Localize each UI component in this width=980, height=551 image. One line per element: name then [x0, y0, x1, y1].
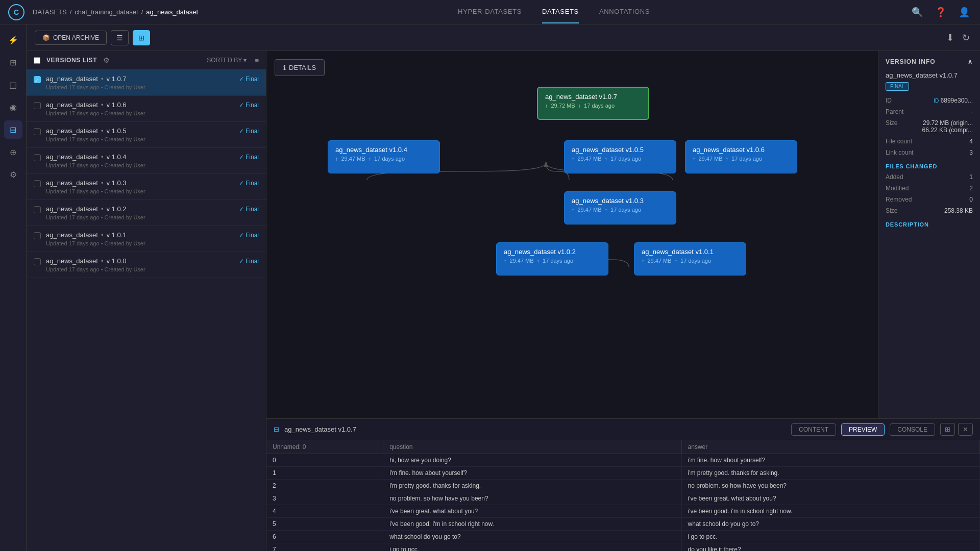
- tab-annotations[interactable]: ANNOTATIONS: [599, 1, 650, 23]
- top-nav: C DATASETS / chat_training_dataset / ag_…: [0, 0, 980, 24]
- help-icon[interactable]: ❓: [933, 5, 948, 20]
- version-checkbox[interactable]: [34, 206, 41, 213]
- content-area: VERSIONS LIST ⚙ SORTED BY ▾ ≡ ✓ ag_news_…: [27, 51, 980, 551]
- version-number: v 1.0.0: [106, 257, 126, 265]
- versions-panel: VERSIONS LIST ⚙ SORTED BY ▾ ≡ ✓ ag_news_…: [27, 51, 266, 551]
- version-dataset-name: ag_news_dataset: [46, 75, 98, 83]
- expand-panel-button[interactable]: ⊞: [940, 423, 955, 436]
- node-label: ag_news_dataset v1.0.6: [693, 146, 790, 154]
- table-cell: 4: [266, 505, 383, 518]
- close-panel-button[interactable]: ✕: [958, 423, 973, 436]
- version-status: ✓ Final: [239, 206, 259, 213]
- download-icon[interactable]: ⬇: [944, 30, 956, 45]
- list-view-button[interactable]: ☰: [111, 30, 129, 45]
- tab-console-button[interactable]: CONSOLE: [890, 423, 935, 436]
- graph-node-v1.0.1[interactable]: ag_news_dataset v1.0.1 ↑ 29.47 MB ↑ 17 d…: [634, 242, 746, 276]
- sidebar-item-experiments[interactable]: ◫: [4, 76, 22, 94]
- right-panel: VERSION INFO ∧ ag_news_dataset v1.0.7 FI…: [878, 51, 980, 418]
- tab-datasets[interactable]: DATASETS: [542, 1, 579, 23]
- bottom-header: ⊟ ag_news_dataset v1.0.7 CONTENT PREVIEW…: [266, 419, 980, 440]
- version-checkbox[interactable]: [34, 180, 41, 187]
- select-all-checkbox[interactable]: [34, 57, 40, 64]
- version-meta: Updated 17 days ago • Created by User: [46, 266, 259, 272]
- sorted-by-button[interactable]: SORTED BY ▾: [207, 57, 247, 64]
- tab-hyper-datasets[interactable]: HYPER-DATASETS: [458, 1, 522, 23]
- bottom-panel: ⊟ ag_news_dataset v1.0.7 CONTENT PREVIEW…: [266, 418, 980, 551]
- table-cell: what school do you go to?: [681, 518, 979, 531]
- table-cell: i've been great. what about you?: [681, 492, 979, 505]
- breadcrumb-parent[interactable]: chat_training_dataset: [75, 8, 138, 16]
- user-avatar[interactable]: 👤: [957, 5, 972, 20]
- node-meta: ↑ 29.47 MB ↑ 17 days ago: [693, 156, 790, 162]
- table-cell: 3: [266, 492, 383, 505]
- node-age: 17 days ago: [584, 103, 615, 109]
- node-label: ag_news_dataset v1.0.1: [642, 248, 739, 256]
- sidebar-item-datasets[interactable]: ⊟: [4, 120, 22, 139]
- table-row: 6what school do you go to?i go to pcc.: [266, 531, 980, 543]
- version-list-item[interactable]: ag_news_dataset • v 1.0.3 ✓ Final Update…: [27, 174, 266, 200]
- info-row-file-count: File count 4: [886, 138, 973, 145]
- version-dataset-name: ag_news_dataset: [46, 257, 98, 265]
- version-checkbox[interactable]: [34, 232, 41, 239]
- table-cell: i go to pcc.: [383, 543, 681, 552]
- table-cell: i'm fine. how about yourself?: [681, 454, 979, 467]
- node-meta: ↑ 29.47 MB ↑ 17 days ago: [642, 258, 739, 264]
- node-age: 17 days ago: [610, 156, 641, 162]
- version-list-item[interactable]: ag_news_dataset • v 1.0.5 ✓ Final Update…: [27, 122, 266, 148]
- graph-node-v1.0.6[interactable]: ag_news_dataset v1.0.6 ↑ 29.47 MB ↑ 17 d…: [685, 140, 797, 173]
- col-header-question: question: [383, 440, 681, 454]
- sidebar-item-quick[interactable]: ⚡: [4, 31, 22, 49]
- version-dataset-name: ag_news_dataset: [46, 205, 98, 213]
- info-row-id: ID ID 6899e300...: [886, 97, 973, 104]
- table-cell: i've been good. i'm in school right now.: [681, 505, 979, 518]
- breadcrumb-root[interactable]: DATASETS: [33, 8, 67, 16]
- node-size: 29.47 MB: [648, 258, 672, 264]
- version-list-item[interactable]: ag_news_dataset • v 1.0.0 ✓ Final Update…: [27, 252, 266, 278]
- graph-node-v1.0.4[interactable]: ag_news_dataset v1.0.4 ↑ 29.47 MB ↑ 17 d…: [328, 140, 440, 173]
- version-list-item[interactable]: ag_news_dataset • v 1.0.6 ✓ Final Update…: [27, 96, 266, 122]
- app-logo[interactable]: C: [8, 4, 24, 20]
- graph-view-button[interactable]: ⊞: [133, 30, 150, 45]
- sidebar-item-dashboard[interactable]: ⊞: [4, 53, 22, 71]
- graph-node-v1.0.7[interactable]: ag_news_dataset v1.0.7 ↑ 29.72 MB ↑ 17 d…: [537, 87, 649, 120]
- sidebar-item-models[interactable]: ◉: [4, 98, 22, 116]
- size-icon: ↑: [693, 156, 696, 162]
- node-meta: ↑ 29.47 MB ↑ 17 days ago: [504, 258, 601, 264]
- node-label: ag_news_dataset v1.0.2: [504, 248, 601, 256]
- open-archive-button[interactable]: 📦 OPEN ARCHIVE: [35, 31, 107, 45]
- tab-preview-button[interactable]: PREVIEW: [841, 423, 885, 436]
- version-list-item[interactable]: ✓ ag_news_dataset • v 1.0.7 ✓ Final Upda…: [27, 70, 266, 96]
- table-header-row: Unnamed: 0 question answer: [266, 440, 980, 454]
- version-status: ✓ Final: [239, 258, 259, 265]
- archive-icon: 📦: [42, 34, 50, 41]
- filter-button[interactable]: ≡: [255, 57, 259, 64]
- col-header-answer: answer: [681, 440, 979, 454]
- versions-header: VERSIONS LIST ⚙ SORTED BY ▾ ≡: [27, 51, 266, 70]
- graph-node-v1.0.2[interactable]: ag_news_dataset v1.0.2 ↑ 29.47 MB ↑ 17 d…: [496, 242, 608, 276]
- preview-table: Unnamed: 0 question answer 0hi, how are …: [266, 440, 980, 551]
- graph-node-v1.0.3[interactable]: ag_news_dataset v1.0.3 ↑ 29.47 MB ↑ 17 d…: [564, 191, 676, 224]
- version-number: v 1.0.5: [106, 127, 126, 135]
- version-checkbox[interactable]: [34, 102, 41, 109]
- version-list-item[interactable]: ag_news_dataset • v 1.0.2 ✓ Final Update…: [27, 200, 266, 226]
- version-checkbox[interactable]: ✓: [34, 76, 41, 83]
- version-list-item[interactable]: ag_news_dataset • v 1.0.4 ✓ Final Update…: [27, 148, 266, 174]
- tab-content-button[interactable]: CONTENT: [791, 423, 836, 436]
- version-status: ✓ Final: [239, 180, 259, 187]
- size-icon: ↑: [642, 258, 645, 264]
- version-checkbox[interactable]: [34, 154, 41, 161]
- refresh-icon[interactable]: ↻: [960, 30, 972, 45]
- search-icon[interactable]: 🔍: [910, 5, 925, 20]
- table-cell: i've been great. what about you?: [383, 505, 681, 518]
- version-checkbox[interactable]: [34, 128, 41, 135]
- filter-icon[interactable]: ⚙: [103, 56, 110, 64]
- graph-node-v1.0.5[interactable]: ag_news_dataset v1.0.5 ↑ 29.47 MB ↑ 17 d…: [564, 140, 676, 173]
- collapse-icon[interactable]: ∧: [968, 58, 973, 65]
- sidebar-item-pipelines[interactable]: ⊕: [4, 143, 22, 161]
- version-checkbox[interactable]: [34, 258, 41, 265]
- size-icon: ↑: [545, 103, 548, 109]
- sidebar-item-settings[interactable]: ⚙: [4, 165, 22, 184]
- node-size: 29.47 MB: [578, 207, 602, 213]
- version-list-item[interactable]: ag_news_dataset • v 1.0.1 ✓ Final Update…: [27, 226, 266, 252]
- details-button[interactable]: ℹ DETAILS: [275, 59, 325, 76]
